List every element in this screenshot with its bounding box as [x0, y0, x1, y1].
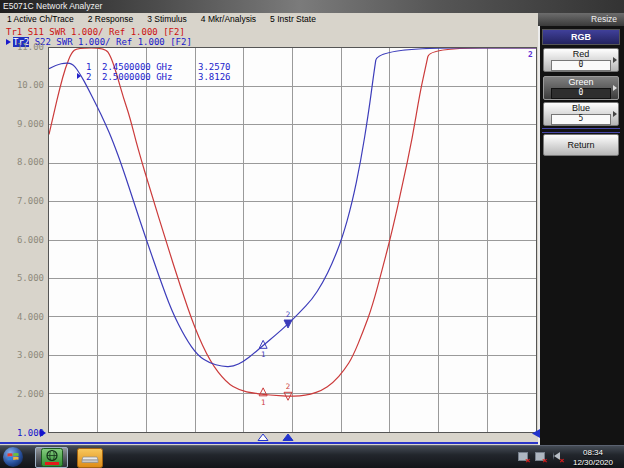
softkey-red-value: 0	[551, 60, 611, 71]
trace1-params: S11 SWR 1.000/ Ref 1.000 [F2]	[22, 27, 185, 37]
marker1-readout: 12.4500000 GHz3.2570	[86, 62, 231, 72]
trace1-name: Tr1	[6, 27, 22, 37]
marker1-value: 3.2570	[198, 62, 231, 72]
ref-level-arrow-icon	[40, 429, 46, 437]
menu-instr-state[interactable]: 5 Instr State	[263, 13, 323, 26]
marker2-readout: 22.5000000 GHz3.8126	[86, 72, 231, 82]
marker2-value: 3.8126	[198, 72, 231, 82]
y-tick-label: 4.000	[8, 312, 44, 322]
y-tick-label: 1.000	[8, 428, 44, 438]
softkey-red-label: Red	[544, 49, 618, 60]
network-analyzer-window: E5071C Network Analyzer 1 Active Ch/Trac…	[0, 0, 624, 468]
system-tray: × × ×	[517, 451, 562, 463]
y-tick-label: 10.00	[8, 80, 44, 90]
swr-chart: 21122	[49, 48, 536, 432]
title-bar: E5071C Network Analyzer	[0, 0, 624, 13]
y-tick-label: 3.000	[8, 350, 44, 360]
y-tick-label: 2.000	[8, 389, 44, 399]
softkey-return-label: Return	[567, 140, 594, 150]
tray-device-error-icon[interactable]: ×	[517, 451, 528, 463]
marker2-tr1-label: 2	[286, 382, 291, 391]
marker1-tr1-label: 1	[261, 398, 266, 407]
taskbar-app-network-analyzer[interactable]	[35, 447, 68, 468]
marker2-number: 2	[86, 72, 102, 82]
taskbar-clock[interactable]: 08:34 12/30/2020	[565, 448, 621, 467]
softkey-blue-value: 5	[551, 114, 611, 125]
trace2-params: S22 SWR 1.000/ Ref 1.000 [F2]	[29, 37, 192, 47]
menu-bar: 1 Active Ch/Trace 2 Response 3 Stimulus …	[0, 13, 538, 26]
y-tick-label: 8.000	[8, 157, 44, 167]
menu-stimulus[interactable]: 3 Stimulus	[140, 13, 194, 26]
y-tick-label: 5.000	[8, 273, 44, 283]
marker2-frequency: 2.5000000 GHz	[102, 72, 198, 82]
softkey-return[interactable]: Return	[543, 134, 619, 156]
clock-time: 08:34	[565, 448, 621, 458]
softkey-group-header: RGB	[542, 29, 620, 45]
sweep-indicator-icon	[532, 429, 540, 438]
chevron-right-icon	[613, 111, 617, 117]
softkey-green[interactable]: Green 0	[543, 76, 619, 100]
stimulus-marker1-triangle-icon[interactable]	[258, 434, 268, 441]
marker2-tr2-label: 2	[286, 310, 291, 319]
softkey-green-value: 0	[551, 88, 611, 99]
clock-date: 12/30/2020	[565, 458, 621, 468]
screen-bottom-divider	[0, 442, 538, 444]
menu-resize[interactable]: Resize	[538, 13, 624, 26]
softkey-blue[interactable]: Blue 5	[543, 102, 619, 126]
menu-response[interactable]: 2 Response	[81, 13, 140, 26]
trace2-end-label: 2	[528, 50, 533, 59]
network-analyzer-app-icon	[41, 448, 63, 467]
y-tick-label: 6.000	[8, 235, 44, 245]
stimulus-marker2-triangle-icon[interactable]	[283, 434, 293, 441]
chevron-right-icon	[613, 57, 617, 63]
chevron-right-icon	[613, 85, 617, 91]
tray-network-error-icon[interactable]: ×	[534, 451, 545, 463]
taskbar: × × × 08:34 12/30/2020	[0, 445, 624, 468]
menu-active-ch-trace[interactable]: 1 Active Ch/Trace	[0, 13, 81, 26]
windows-logo-icon	[7, 451, 19, 463]
y-tick-label: 9.000	[8, 119, 44, 129]
softkey-separator	[542, 128, 620, 133]
grid-lines	[49, 48, 536, 432]
active-marker-arrow-icon	[77, 73, 81, 79]
softkey-blue-label: Blue	[544, 103, 618, 114]
windows-start-button[interactable]	[3, 447, 23, 467]
marker1-frequency: 2.4500000 GHz	[102, 62, 198, 72]
disk-drive-app-icon	[77, 448, 103, 468]
taskbar-app-disk[interactable]	[72, 447, 108, 468]
window-title: E5071C Network Analyzer	[3, 1, 102, 11]
tray-volume-muted-icon[interactable]: ×	[551, 451, 562, 463]
softkey-panel: RGB Red 0 Green 0 Blue 5 Return	[540, 26, 624, 445]
y-tick-label: 7.000	[8, 196, 44, 206]
y-tick-label: 11.00	[8, 42, 44, 52]
marker1-number: 1	[86, 62, 102, 72]
instrument-screen: Tr1 S11 SWR 1.000/ Ref 1.000 [F2] Tr2 S2…	[0, 26, 540, 445]
marker1-tr2-label: 1	[261, 350, 266, 359]
softkey-green-label: Green	[544, 77, 618, 88]
trace1-status-row[interactable]: Tr1 S11 SWR 1.000/ Ref 1.000 [F2]	[6, 27, 185, 37]
softkey-red[interactable]: Red 0	[543, 48, 619, 72]
menu-mkr-analysis[interactable]: 4 Mkr/Analysis	[194, 13, 263, 26]
plot-area[interactable]: 21122	[48, 47, 537, 433]
